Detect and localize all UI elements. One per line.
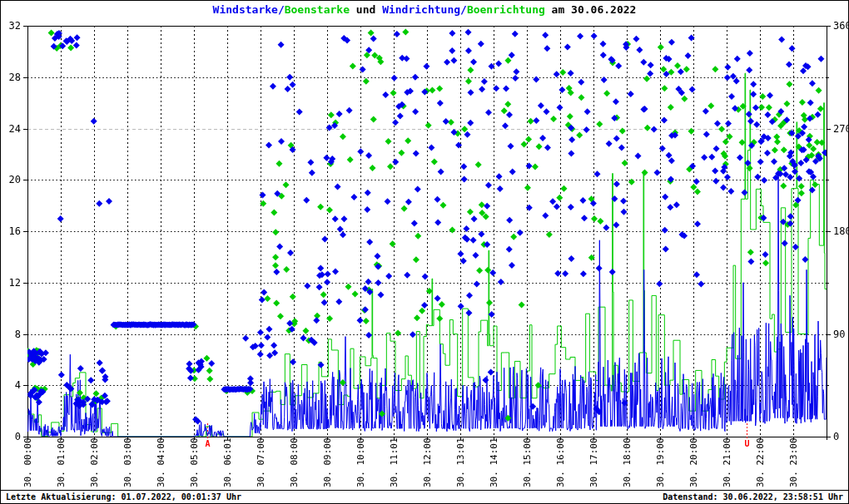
data-state-text: Datenstand: 30.06.2022, 23:58:51 Uhr: [663, 492, 843, 502]
title-boenrichtung: Boenrichtung: [467, 3, 545, 16]
wind-chart-frame: Windstarke/Boenstarke und Windrichtung/B…: [0, 0, 849, 504]
last-update-text: Letzte Aktualisierung: 01.07.2022, 00:01…: [6, 492, 241, 502]
wind-chart-canvas: [1, 1, 848, 503]
title-windstarke: Windstarke/: [213, 3, 285, 16]
title-date: am 30.06.2022: [545, 3, 637, 16]
footer-bar: Letzte Aktualisierung: 01.07.2022, 00:01…: [1, 490, 848, 503]
title-boenstarke: Boenstarke: [285, 3, 350, 16]
chart-title: Windstarke/Boenstarke und Windrichtung/B…: [1, 3, 848, 16]
title-und: und: [350, 3, 382, 16]
title-windrichtung: Windrichtung/: [382, 3, 467, 16]
